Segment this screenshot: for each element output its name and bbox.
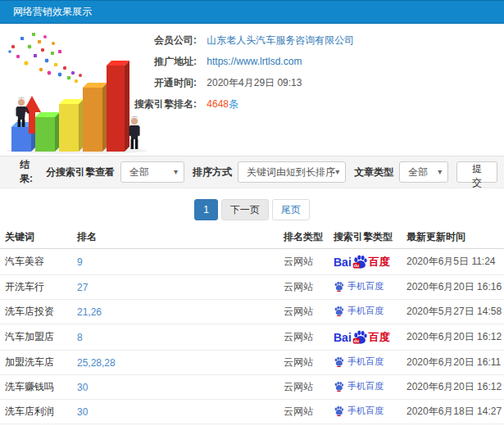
update-time-cell: 2020年6月20日 16:12 xyxy=(403,375,504,400)
rank-link[interactable]: 30 xyxy=(74,375,280,400)
mobile-baidu-logo: 手机百度 xyxy=(334,305,384,317)
table-row: 洗车赚钱吗 30 云网站 xyxy=(0,375,504,400)
engine-cell: Bai du 百度 xyxy=(330,249,403,275)
engine-cell: 手机百度 xyxy=(330,400,403,424)
engine-select[interactable]: 全部 xyxy=(120,161,184,183)
rank-link[interactable]: 8 xyxy=(74,324,280,351)
mobile-baidu-paw-icon xyxy=(334,281,344,292)
keyword-cell: 汽车加盟店 xyxy=(0,324,74,351)
sort-select[interactable]: 关键词由短到长排序 xyxy=(238,161,346,183)
mobile-baidu-logo: 手机百度 xyxy=(334,280,384,292)
update-time-cell: 2020年5月27日 14:58 xyxy=(403,300,504,324)
col-header-rank-type: 排名类型 xyxy=(280,226,330,249)
table-row: 汽车美容 9 云网站 Bai du 百度 xyxy=(0,249,504,275)
col-header-engine-type: 搜索引擎类型 xyxy=(330,226,403,249)
engine-filter-label: 分搜索引擎查看 xyxy=(46,165,115,179)
update-time-cell: 2020年6月5日 11:24 xyxy=(403,249,504,275)
keyword-cell: 汽车美容 xyxy=(0,249,74,275)
update-time-cell: 2020年6月20日 16:11 xyxy=(403,351,504,375)
svg-text:du: du xyxy=(354,338,359,343)
article-type-label: 文章类型 xyxy=(354,165,393,179)
marketing-bar-chart-illustration xyxy=(2,27,149,155)
baidu-logo: Bai du 百度 xyxy=(334,254,390,270)
engine-cell: Bai du 百度 xyxy=(330,324,403,351)
company-link[interactable]: 山东老人头汽车服务咨询有限公司 xyxy=(207,34,354,46)
baidu-paw-icon: du xyxy=(352,254,368,270)
mobile-baidu-logo: 手机百度 xyxy=(334,405,384,417)
rank-type-cell: 云网站 xyxy=(280,324,330,351)
rank-type-cell: 云网站 xyxy=(280,375,330,400)
svg-text:du: du xyxy=(354,263,359,268)
submit-button[interactable]: 提交 xyxy=(456,161,497,183)
rank-type-cell: 云网站 xyxy=(280,351,330,375)
filter-controls: 分搜索引擎查看 全部 排序方式 关键词由短到长排序 文章类型 全部 提交 xyxy=(38,161,497,183)
col-header-update-time: 最新更新时间 xyxy=(403,226,504,249)
keyword-cell: 加盟洗车店 xyxy=(0,351,74,375)
result-label: 结果: xyxy=(20,158,38,186)
rank-link[interactable]: 30 xyxy=(74,400,280,424)
keyword-cell: 洗车店投资 xyxy=(0,300,74,324)
table-body: 汽车美容 9 云网站 Bai du 百度 xyxy=(0,249,504,426)
open-time-value: 2020年4月29日 09:13 xyxy=(207,77,302,88)
keyword-cell: 开洗车行 xyxy=(0,275,74,300)
baidu-paw-icon: du xyxy=(352,329,368,345)
baidu-logo: Bai du 百度 xyxy=(334,329,390,345)
mobile-baidu-paw-icon xyxy=(334,406,344,416)
update-time-cell: 2020年6月20日 16:16 xyxy=(403,275,504,300)
mobile-baidu-paw-icon xyxy=(334,356,344,367)
filter-bar: 结果: 分搜索引擎查看 全部 排序方式 关键词由短到长排序 文章类型 全部 提交 xyxy=(0,156,504,188)
table-row: 洗车店投资 21,26 云网站 xyxy=(0,300,504,324)
mobile-baidu-logo: 手机百度 xyxy=(334,356,384,368)
mobile-baidu-logo: 手机百度 xyxy=(334,380,384,392)
pagination: 1 下一页 尾页 xyxy=(0,199,504,220)
businessman-right xyxy=(129,116,140,149)
keyword-cell: 洗车赚钱吗 xyxy=(0,375,74,400)
table-header-row: 关键词 排名 排名类型 搜索引擎类型 最新更新时间 xyxy=(0,226,504,249)
info-section: 会员公司: 山东老人头汽车服务咨询有限公司 推广地址: https://www.… xyxy=(0,24,504,156)
table-row: 汽车加盟店 8 云网站 Bai du 百度 xyxy=(0,324,504,351)
engine-cell: 手机百度 xyxy=(330,375,403,400)
article-type-select[interactable]: 全部 xyxy=(399,161,448,183)
engine-cell: 手机百度 xyxy=(330,300,403,324)
table-row: 开洗车行 27 云网站 xyxy=(0,275,504,300)
rank-type-cell: 云网站 xyxy=(280,249,330,275)
page-title-bar: 网络营销效果展示 xyxy=(0,0,504,24)
engine-cell: 手机百度 xyxy=(330,275,403,300)
rank-count-value: 4648 xyxy=(207,98,229,110)
update-time-cell: 2020年6月18日 14:27 xyxy=(403,400,504,424)
sort-filter-label: 排序方式 xyxy=(193,165,232,179)
confetti-dots xyxy=(8,33,82,83)
rank-link[interactable]: 9 xyxy=(74,249,280,275)
rank-link[interactable]: 21,26 xyxy=(74,300,280,324)
rank-count-unit: 条 xyxy=(229,98,238,110)
mobile-baidu-paw-icon xyxy=(334,306,344,316)
col-header-rank: 排名 xyxy=(74,226,280,249)
promo-url-link[interactable]: https://www.lrtlsd.com xyxy=(207,56,302,67)
keyword-cell: 洗车店利润 xyxy=(0,400,74,424)
rank-type-cell: 云网站 xyxy=(280,400,330,424)
rank-type-cell: 云网站 xyxy=(280,275,330,300)
page-next-button[interactable]: 下一页 xyxy=(221,199,269,220)
page-current[interactable]: 1 xyxy=(194,199,218,220)
engine-cell: 手机百度 xyxy=(330,351,403,375)
table-row: 洗车店利润 30 云网站 xyxy=(0,400,504,424)
rank-link[interactable]: 25,28,28 xyxy=(74,351,280,375)
results-table: 关键词 排名 排名类型 搜索引擎类型 最新更新时间 汽车美容 9 云网站 Bai… xyxy=(0,226,504,426)
rank-link[interactable]: 27 xyxy=(74,275,280,300)
page-title: 网络营销效果展示 xyxy=(13,6,92,17)
table-row: 加盟洗车店 25,28,28 云网站 xyxy=(0,351,504,375)
col-header-keyword: 关键词 xyxy=(0,226,74,249)
mobile-baidu-paw-icon xyxy=(334,381,344,392)
update-time-cell: 2020年6月20日 16:12 xyxy=(403,324,504,351)
rank-type-cell: 云网站 xyxy=(280,300,330,324)
page-last-button[interactable]: 尾页 xyxy=(272,199,310,220)
